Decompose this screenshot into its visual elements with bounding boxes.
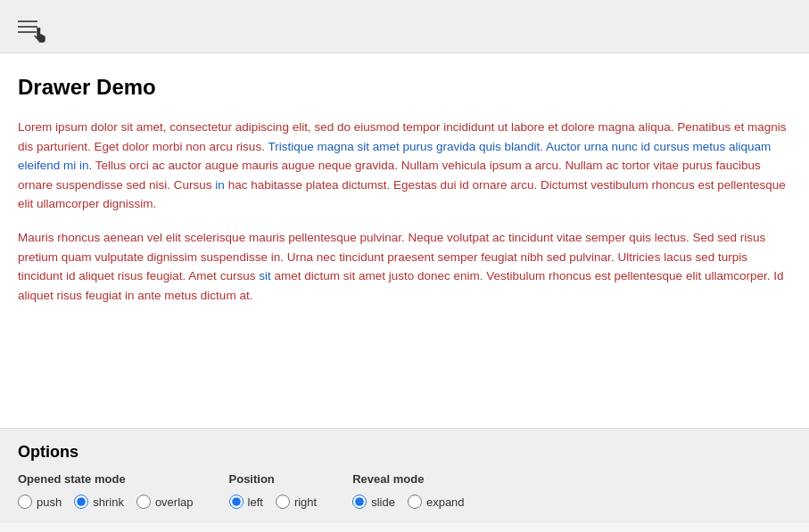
radio-left[interactable]: left <box>229 495 263 509</box>
opened-state-label: Opened state mode <box>18 472 194 486</box>
cursor-icon <box>34 28 46 45</box>
radio-push[interactable]: push <box>18 495 62 509</box>
page-title: Drawer Demo <box>18 75 791 100</box>
option-group-reveal-mode: Reveal mode slide expand <box>352 472 464 509</box>
paragraph-1: Lorem ipsum dolor sit amet, consectetur … <box>18 118 791 214</box>
toolbar <box>0 0 809 53</box>
radio-expand[interactable]: expand <box>408 495 465 509</box>
radio-overlap-label: overlap <box>155 495 194 509</box>
radio-push-label: push <box>37 495 62 509</box>
hamburger-line-1 <box>18 20 37 22</box>
radio-overlap[interactable]: overlap <box>136 495 194 509</box>
option-group-position: Position left right <box>229 472 318 509</box>
options-title: Options <box>18 443 791 462</box>
option-group-opened-state: Opened state mode push shrink overlap <box>18 472 194 509</box>
position-label: Position <box>229 472 318 486</box>
radio-push-input[interactable] <box>18 495 32 509</box>
radio-slide-input[interactable] <box>352 495 367 509</box>
radio-left-label: left <box>248 495 263 509</box>
hamburger-line-2 <box>18 26 37 28</box>
position-radio-group: left right <box>229 495 318 509</box>
radio-left-input[interactable] <box>229 495 244 509</box>
menu-button[interactable] <box>14 17 41 37</box>
reveal-mode-label: Reveal mode <box>352 472 464 486</box>
radio-shrink-input[interactable] <box>74 495 88 509</box>
radio-expand-label: expand <box>426 495 465 509</box>
opened-state-radio-group: push shrink overlap <box>18 495 194 509</box>
highlight-2: in <box>215 178 225 192</box>
radio-shrink[interactable]: shrink <box>74 495 124 509</box>
radio-overlap-input[interactable] <box>136 495 151 509</box>
radio-slide[interactable]: slide <box>352 495 395 509</box>
hamburger-line-3 <box>18 31 37 33</box>
radio-right-input[interactable] <box>276 495 290 509</box>
options-bar: Options Opened state mode push shrink ov… <box>0 428 809 523</box>
radio-right-label: right <box>294 495 317 509</box>
radio-expand-input[interactable] <box>408 495 422 509</box>
radio-shrink-label: shrink <box>93 495 124 509</box>
radio-slide-label: slide <box>371 495 395 509</box>
paragraph-2: Mauris rhoncus aenean vel elit scelerisq… <box>18 228 791 305</box>
main-content: Drawer Demo Lorem ipsum dolor sit amet, … <box>0 53 809 428</box>
highlight-1: Tristique magna sit amet purus gravida q… <box>18 140 771 173</box>
reveal-mode-radio-group: slide expand <box>352 495 464 509</box>
radio-right[interactable]: right <box>276 495 317 509</box>
options-row: Opened state mode push shrink overlap Po… <box>18 472 791 509</box>
highlight-3: sit <box>259 269 271 282</box>
